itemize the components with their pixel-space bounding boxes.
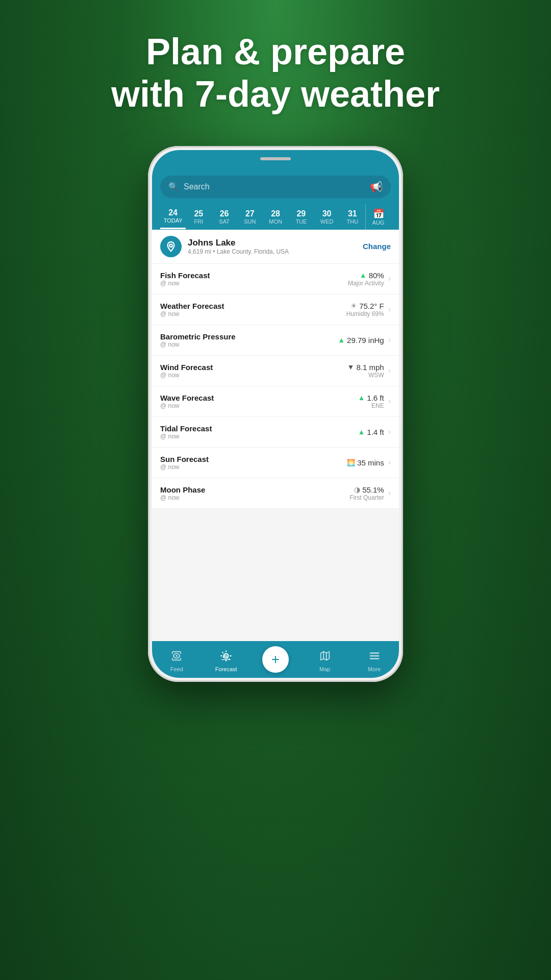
more-icon xyxy=(369,650,380,665)
phone-speaker xyxy=(260,157,291,160)
forecast-sub-weather: @ now xyxy=(160,310,346,317)
nav-item-map[interactable]: Map xyxy=(300,641,349,678)
forecast-value-weather: ☀ 75.2° F Humidity 69% xyxy=(346,302,384,317)
bottom-nav: Feed xyxy=(152,641,399,678)
forecast-sub-value-wave: ENE xyxy=(358,402,384,409)
forecast-info-tidal: Tidal Forecast @ now xyxy=(160,424,358,440)
date-tab-today[interactable]: 24 TODAY xyxy=(160,204,186,229)
change-location-button[interactable]: Change xyxy=(363,242,391,251)
date-tab-wed[interactable]: 30 WED xyxy=(314,205,340,229)
location-bar: Johns Lake 4,619 mi • Lake County, Flori… xyxy=(152,230,399,264)
forecast-value-barometric: ▲ 29.79 inHg xyxy=(338,336,384,345)
forecast-title-weather: Weather Forecast xyxy=(160,302,346,310)
forecast-title-tidal: Tidal Forecast xyxy=(160,424,358,433)
forecast-item-fish[interactable]: Fish Forecast @ now ▲ 80% Major Activity… xyxy=(152,264,399,295)
nav-item-feed[interactable]: Feed xyxy=(152,641,202,678)
location-name: Johns Lake xyxy=(188,238,363,248)
forecast-sub-value-moon: First Quarter xyxy=(349,494,384,501)
forecast-item-barometric[interactable]: Barometric Pressure @ now ▲ 29.79 inHg › xyxy=(152,325,399,356)
chevron-fish: › xyxy=(388,274,391,283)
location-detail: 4,619 mi • Lake County, Florida, USA xyxy=(188,248,363,255)
forecast-sub-value-wind: WSW xyxy=(347,372,384,379)
feed-icon xyxy=(171,650,182,665)
fish-trend-icon: ▲ xyxy=(360,271,367,279)
forecast-info-moon: Moon Phase @ now xyxy=(160,485,349,501)
forecast-info-weather: Weather Forecast @ now xyxy=(160,302,346,317)
forecast-main-barometric: ▲ 29.79 inHg xyxy=(338,336,384,345)
day-label-mon: MON xyxy=(265,218,286,225)
search-bar[interactable]: 🔍 Search 📢 xyxy=(160,176,391,198)
forecast-item-moon[interactable]: Moon Phase @ now ◑ 55.1% First Quarter › xyxy=(152,478,399,509)
forecast-item-sun[interactable]: Sun Forecast @ now 🌅 35 mins › xyxy=(152,448,399,478)
wind-trend-icon: ▼ xyxy=(347,363,355,371)
forecast-label: Forecast xyxy=(215,666,237,672)
date-tab-thu[interactable]: 31 THU xyxy=(340,205,365,229)
forecast-item-wind[interactable]: Wind Forecast @ now ▼ 8.1 mph WSW › xyxy=(152,356,399,386)
forecast-title-fish: Fish Forecast xyxy=(160,271,348,280)
forecast-item-wave[interactable]: Wave Forecast @ now ▲ 1.6 ft ENE › xyxy=(152,386,399,417)
more-label: More xyxy=(368,666,381,672)
phone-frame: 🔍 Search 📢 24 TODAY 25 FRI 26 xyxy=(148,146,403,682)
forecast-sub-wind: @ now xyxy=(160,372,347,379)
day-label-sat: SAT xyxy=(214,218,235,225)
day-label-today: TODAY xyxy=(162,217,184,224)
svg-marker-8 xyxy=(321,652,330,660)
forecast-item-weather[interactable]: Weather Forecast @ now ☀ 75.2° F Humidit… xyxy=(152,295,399,325)
date-tab-sat[interactable]: 26 SAT xyxy=(212,205,237,229)
forecast-main-sun: 🌅 35 mins xyxy=(347,458,384,467)
forecast-info-wind: Wind Forecast @ now xyxy=(160,363,347,379)
forecast-sub-value-fish: Major Activity xyxy=(348,280,384,287)
forecast-info-sun: Sun Forecast @ now xyxy=(160,455,347,471)
day-num-thu: 31 xyxy=(342,209,363,218)
forecast-main-wave: ▲ 1.6 ft xyxy=(358,394,384,402)
add-button[interactable]: + xyxy=(262,646,289,673)
forecast-main-moon: ◑ 55.1% xyxy=(349,485,384,494)
date-tabs: 24 TODAY 25 FRI 26 SAT 27 SUN xyxy=(160,204,391,230)
nav-item-more[interactable]: More xyxy=(349,641,399,678)
location-info: Johns Lake 4,619 mi • Lake County, Flori… xyxy=(188,238,363,255)
forecast-value-fish: ▲ 80% Major Activity xyxy=(348,271,384,287)
chevron-moon: › xyxy=(388,488,391,498)
tidal-trend-icon: ▲ xyxy=(358,428,365,436)
forecast-value-moon: ◑ 55.1% First Quarter xyxy=(349,485,384,501)
day-label-sun: SUN xyxy=(239,218,261,225)
chevron-wind: › xyxy=(388,366,391,375)
feed-label: Feed xyxy=(170,666,183,672)
forecast-sub-wave: @ now xyxy=(160,402,358,409)
day-num-fri: 25 xyxy=(188,209,209,218)
forecast-sub-moon: @ now xyxy=(160,494,349,501)
day-label-fri: FRI xyxy=(188,218,209,225)
calendar-month: AUG xyxy=(368,219,389,226)
day-num-wed: 30 xyxy=(316,209,338,218)
forecast-value-sun: 🌅 35 mins xyxy=(347,458,384,467)
chevron-wave: › xyxy=(388,397,391,406)
date-tab-sun[interactable]: 27 SUN xyxy=(237,205,263,229)
calendar-icon: 📅 xyxy=(368,208,389,219)
date-tab-tue[interactable]: 29 TUE xyxy=(288,205,314,229)
date-tab-fri[interactable]: 25 FRI xyxy=(186,205,211,229)
forecast-info-barometric: Barometric Pressure @ now xyxy=(160,332,338,348)
forecast-main-weather: ☀ 75.2° F xyxy=(346,302,384,310)
wave-trend-icon: ▲ xyxy=(358,394,365,402)
location-avatar xyxy=(160,236,182,257)
forecast-icon xyxy=(220,650,232,665)
day-label-wed: WED xyxy=(316,218,338,225)
forecast-title-barometric: Barometric Pressure xyxy=(160,332,338,341)
barometric-trend-icon: ▲ xyxy=(338,336,345,344)
calendar-tab[interactable]: 📅 AUG xyxy=(365,204,391,230)
forecast-title-wind: Wind Forecast xyxy=(160,363,347,372)
nav-item-forecast[interactable]: Forecast xyxy=(202,641,251,678)
forecast-main-wind: ▼ 8.1 mph xyxy=(347,363,384,372)
moon-trend-icon: ◑ xyxy=(354,485,360,494)
forecast-sub-barometric: @ now xyxy=(160,341,338,348)
day-num-sun: 27 xyxy=(239,209,261,218)
forecast-item-tidal[interactable]: Tidal Forecast @ now ▲ 1.4 ft › xyxy=(152,417,399,448)
forecast-title-wave: Wave Forecast xyxy=(160,394,358,402)
svg-line-4 xyxy=(222,652,223,653)
notification-icon[interactable]: 📢 xyxy=(370,181,383,193)
day-num-sat: 26 xyxy=(214,209,235,218)
forecast-value-wave: ▲ 1.6 ft ENE xyxy=(358,394,384,409)
date-tab-mon[interactable]: 28 MON xyxy=(263,205,288,229)
forecast-sub-value-weather: Humidity 69% xyxy=(346,310,384,317)
chevron-tidal: › xyxy=(388,427,391,436)
